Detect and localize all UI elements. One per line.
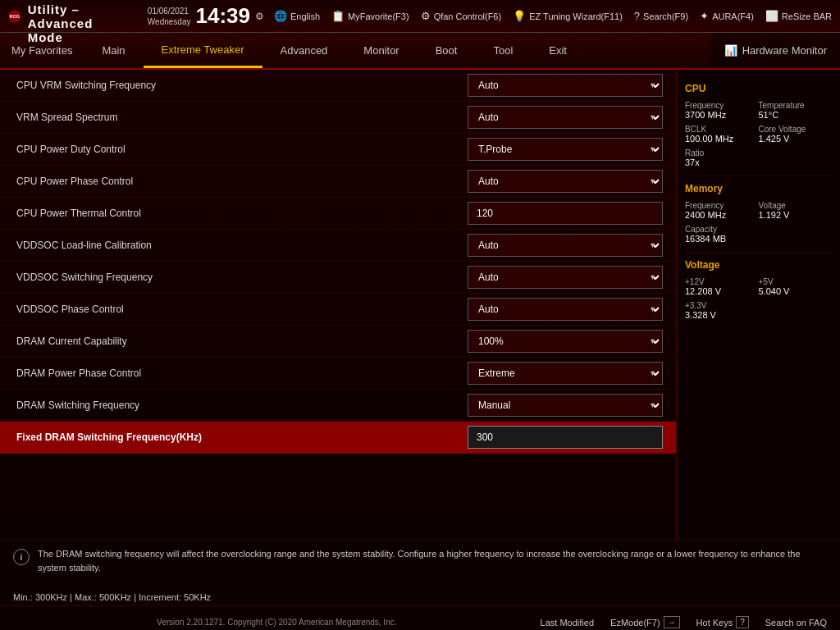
aura-icon: ✦	[700, 10, 709, 22]
setting-control-fixed-dram-switch-freq[interactable]	[468, 426, 663, 449]
setting-control-dram-power-phase-control[interactable]: AutoStandardOptimizedExtreme	[468, 362, 663, 385]
rog-logo-icon: ROG	[8, 2, 21, 31]
aura-tool[interactable]: ✦ AURA(F4)	[700, 10, 754, 22]
hw-voltage-title: Voltage	[685, 259, 832, 271]
select-cpu-power-phase-control[interactable]: AutoStandardOptimizedExtreme	[468, 170, 663, 193]
nav-main[interactable]: Main	[84, 33, 143, 68]
hw-cpu-temp-label: Temperature	[759, 101, 833, 110]
setting-row-dram-power-phase-control: DRAM Power Phase Control AutoStandardOpt…	[0, 358, 676, 390]
select-wrapper-vddsoc-llc: AutoLevel 1Level 2Level 3Level 4Level 5L…	[468, 234, 663, 257]
hw-mem-freq-label: Frequency	[685, 201, 759, 210]
settings-area: CPU VRM Switching Frequency AutoManual V…	[0, 70, 676, 540]
setting-control-cpu-vrm-switch-freq[interactable]: AutoManual	[468, 74, 663, 97]
setting-row-vddsoc-switch-freq: VDDSOC Switching Frequency AutoManual	[0, 262, 676, 294]
select-vddsoc-phase-control[interactable]: AutoStandardOptimizedExtreme	[468, 298, 663, 321]
select-vddsoc-switch-freq[interactable]: AutoManual	[468, 266, 663, 289]
setting-row-cpu-power-phase-control: CPU Power Phase Control AutoStandardOpti…	[0, 166, 676, 198]
setting-label-cpu-power-phase-control: CPU Power Phase Control	[8, 176, 468, 187]
hw-cpu-bclk-label: BCLK	[685, 125, 759, 134]
setting-label-dram-current-capability: DRAM Current Capability	[8, 336, 468, 347]
footer-hot-keys[interactable]: Hot Keys ?	[696, 616, 749, 628]
hw-cpu-corevolt-value: 1.425 V	[759, 134, 833, 144]
qfan-tool[interactable]: ⚙ Qfan Control(F6)	[421, 10, 502, 22]
setting-control-dram-switch-freq[interactable]: AutoManual	[468, 394, 663, 417]
input-fixed-dram-switch-freq[interactable]	[468, 426, 663, 449]
hw-v12-label: +12V	[685, 277, 759, 286]
setting-label-dram-switch-freq: DRAM Switching Frequency	[8, 399, 468, 411]
select-wrapper-dram-freq: AutoManual	[468, 394, 663, 417]
setting-control-cpu-power-phase-control[interactable]: AutoStandardOptimizedExtreme	[468, 170, 663, 193]
setting-row-vddsoc-phase-control: VDDSOC Phase Control AutoStandardOptimiz…	[0, 294, 676, 326]
setting-row-dram-current-capability: DRAM Current Capability 100%110%120%130%	[0, 326, 676, 358]
setting-control-vddsoc-load-line-cal[interactable]: AutoLevel 1Level 2Level 3Level 4Level 5L…	[468, 234, 663, 257]
search-tool[interactable]: ? Search(F9)	[634, 10, 688, 22]
nav-advanced[interactable]: Advanced	[262, 33, 346, 68]
myfavorite-tool[interactable]: 📋 MyFavorite(F3)	[331, 10, 409, 22]
hw-cpu-ratio-row: Ratio 37x	[685, 148, 832, 169]
input-cpu-power-thermal-control[interactable]	[468, 202, 663, 225]
hw-cpu-ratio-label: Ratio	[685, 148, 832, 158]
nav-extreme-tweaker[interactable]: Extreme Tweaker	[144, 33, 262, 68]
setting-label-cpu-power-thermal-control: CPU Power Thermal Control	[8, 208, 468, 219]
setting-label-dram-power-phase-control: DRAM Power Phase Control	[8, 368, 468, 379]
nav-main-label: Main	[102, 44, 125, 57]
setting-control-vddsoc-phase-control[interactable]: AutoStandardOptimizedExtreme	[468, 298, 663, 321]
select-vddsoc-load-line-cal[interactable]: AutoLevel 1Level 2Level 3Level 4Level 5L…	[468, 234, 663, 257]
hot-keys-icon: ?	[736, 616, 749, 628]
hot-keys-label: Hot Keys	[696, 618, 733, 628]
hw-mem-freq-value: 2400 MHz	[685, 210, 759, 220]
language-tool[interactable]: 🌐 English	[274, 10, 320, 22]
setting-row-cpu-vrm-switch-freq: CPU VRM Switching Frequency AutoManual	[0, 70, 676, 102]
setting-label-cpu-vrm-switch-freq: CPU VRM Switching Frequency	[8, 80, 468, 91]
nav-tool[interactable]: Tool	[475, 33, 531, 68]
hw-mem-volt-label: Voltage	[759, 201, 833, 210]
select-cpu-power-duty-control[interactable]: T.ProbeExtreme	[468, 138, 663, 161]
hw-cpu-freq-row: Frequency 3700 MHz Temperature 51°C	[685, 101, 832, 121]
nav-monitor[interactable]: Monitor	[345, 33, 417, 68]
setting-label-cpu-power-duty-control: CPU Power Duty Control	[8, 144, 468, 155]
footer-search-faq[interactable]: Search on FAQ	[765, 616, 827, 628]
hw-divider-1	[685, 176, 832, 176]
eztuning-tool[interactable]: 💡 EZ Tuning Wizard(F11)	[513, 10, 623, 22]
select-dram-power-phase-control[interactable]: AutoStandardOptimizedExtreme	[468, 362, 663, 385]
nav-extreme-tweaker-label: Extreme Tweaker	[162, 43, 244, 56]
hw-monitor-nav-title: 📊 Hardware Monitor	[711, 33, 840, 68]
globe-icon: 🌐	[274, 10, 287, 22]
select-cpu-vrm-switch-freq[interactable]: AutoManual	[468, 74, 663, 97]
hw-v33-label: +3.3V	[685, 301, 832, 310]
setting-label-vddsoc-phase-control: VDDSOC Phase Control	[8, 304, 468, 315]
nav-boot[interactable]: Boot	[418, 33, 476, 68]
resize-bar-tool[interactable]: ⬜ ReSize BAR	[765, 10, 832, 22]
setting-row-vrm-spread-spectrum: VRM Spread Spectrum AutoDisabledEnabled	[0, 102, 676, 134]
nav-advanced-label: Advanced	[281, 44, 328, 57]
setting-control-cpu-power-thermal-control[interactable]	[468, 202, 663, 225]
clock-settings-icon[interactable]: ⚙	[255, 11, 264, 22]
hardware-monitor-panel: CPU Frequency 3700 MHz Temperature 51°C …	[676, 70, 840, 540]
setting-control-vrm-spread-spectrum[interactable]: AutoDisabledEnabled	[468, 106, 663, 129]
select-vrm-spread-spectrum[interactable]: AutoDisabledEnabled	[468, 106, 663, 129]
ez-mode-icon: →	[664, 616, 680, 628]
nav-boot-label: Boot	[436, 44, 458, 57]
nav-tool-label: Tool	[493, 44, 513, 57]
setting-control-vddsoc-switch-freq[interactable]: AutoManual	[468, 266, 663, 289]
setting-row-fixed-dram-switch-freq: Fixed DRAM Switching Frequency(KHz)	[0, 422, 676, 454]
footer-ez-mode[interactable]: EzMode(F7) →	[610, 616, 680, 628]
clock-section: 01/06/2021 Wednesday 14:39 ⚙	[148, 3, 264, 29]
setting-label-fixed-dram-switch-freq: Fixed DRAM Switching Frequency(KHz)	[8, 431, 468, 443]
footer: Version 2.20.1271. Copyright (C) 2020 Am…	[0, 605, 840, 630]
favorites-icon: 📋	[331, 10, 345, 22]
nav-exit[interactable]: Exit	[531, 33, 585, 68]
select-dram-current-capability[interactable]: 100%110%120%130%	[468, 330, 663, 353]
setting-control-cpu-power-duty-control[interactable]: T.ProbeExtreme	[468, 138, 663, 161]
resize-icon: ⬜	[765, 10, 778, 22]
hw-v5-value: 5.040 V	[759, 286, 833, 296]
hw-mem-volt-value: 1.192 V	[759, 210, 833, 220]
hw-v33-value: 3.328 V	[685, 310, 832, 320]
header: ROG UEFI BIOS Utility – Advanced Mode 01…	[0, 0, 840, 33]
nav-my-favorites[interactable]: My Favorites	[0, 33, 84, 68]
footer-last-modified[interactable]: Last Modified	[541, 616, 594, 628]
search-faq-label: Search on FAQ	[765, 618, 827, 628]
info-text: The DRAM switching frequency will affect…	[38, 547, 827, 574]
setting-control-dram-current-capability[interactable]: 100%110%120%130%	[468, 330, 663, 353]
select-dram-switch-freq[interactable]: AutoManual	[468, 394, 663, 417]
